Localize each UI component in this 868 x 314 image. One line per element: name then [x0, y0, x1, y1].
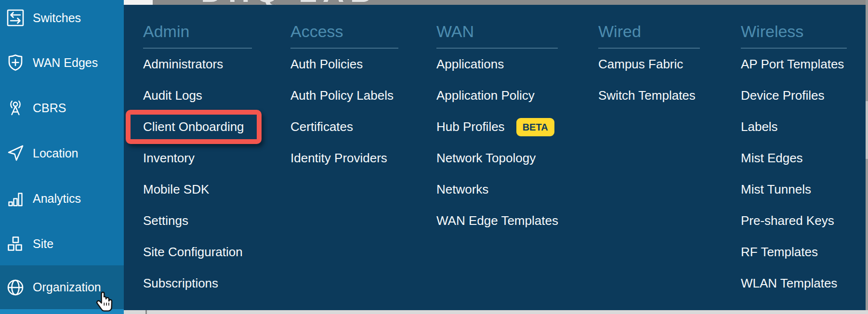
menu-item-campus-fabric[interactable]: Campus Fabric [598, 49, 700, 80]
column-header-wireless: Wireless [741, 21, 847, 49]
menu-item-wlan-templates[interactable]: WLAN Templates [741, 268, 847, 299]
sidebar-item-label: Analytics [33, 192, 81, 206]
column-header-admin: Admin [143, 21, 252, 49]
menu-item-mist-edges[interactable]: Mist Edges [741, 143, 847, 174]
menu-item-application-policy[interactable]: Application Policy [436, 80, 558, 111]
menu-item-client-onboarding[interactable]: Client Onboarding [143, 111, 252, 143]
menu-item-administrators[interactable]: Administrators [143, 49, 252, 80]
menu-column-wired: Wired Campus Fabric Switch Templates [598, 21, 700, 111]
menu-item-auth-policies[interactable]: Auth Policies [290, 49, 398, 80]
column-header-wan: WAN [436, 21, 558, 49]
sidebar-item-site[interactable]: Site [0, 221, 124, 266]
sidebar-item-organization[interactable]: Organization [0, 265, 124, 309]
dimmed-page-right-edge [866, 0, 868, 314]
sidebar-item-analytics[interactable]: Analytics [0, 176, 124, 221]
screen: DHQ LAB Admin Administrators Audit Logs … [0, 0, 868, 314]
menu-item-certificates[interactable]: Certificates [290, 111, 398, 143]
menu-item-rf-templates[interactable]: RF Templates [741, 236, 847, 268]
menu-column-wan: WAN Applications Application Policy Hub … [436, 21, 558, 236]
dimmed-page-element [124, 0, 153, 5]
column-header-wired: Wired [598, 21, 700, 49]
page-title-clip: DHQ LAB [201, 0, 490, 5]
cbrs-icon [6, 99, 25, 117]
wan-edges-icon [6, 53, 25, 72]
sidebar-item-label: Switches [33, 11, 81, 25]
sidebar-item-location[interactable]: Location [0, 131, 124, 176]
menu-item-networks[interactable]: Networks [436, 174, 558, 205]
menu-item-switch-templates[interactable]: Switch Templates [598, 80, 700, 111]
sidebar-item-label: Organization [33, 280, 101, 294]
menu-item-mobile-sdk[interactable]: Mobile SDK [143, 174, 252, 205]
menu-item-auth-policy-labels[interactable]: Auth Policy Labels [290, 80, 398, 111]
menu-item-identity-providers[interactable]: Identity Providers [290, 143, 398, 174]
beta-badge: BETA [516, 118, 554, 136]
menu-column-access: Access Auth Policies Auth Policy Labels … [290, 21, 398, 174]
sidebar-item-label: WAN Edges [33, 56, 98, 70]
switches-icon [6, 9, 25, 27]
menu-item-hub-profiles[interactable]: Hub Profiles BETA [436, 111, 558, 143]
organization-mega-menu: Admin Administrators Audit Logs Client O… [124, 5, 866, 310]
menu-item-mist-tunnels[interactable]: Mist Tunnels [741, 174, 847, 205]
sidebar-item-wan-edges[interactable]: WAN Edges [0, 40, 124, 85]
background-page-title: DHQ LAB [201, 0, 377, 5]
sidebar-item-cbrs[interactable]: CBRS [0, 85, 124, 131]
menu-item-label: Client Onboarding [143, 119, 244, 134]
sidebar-item-label: Site [33, 237, 53, 251]
menu-item-labels[interactable]: Labels [741, 111, 847, 143]
site-icon [6, 235, 25, 253]
analytics-icon [6, 189, 25, 208]
menu-item-applications[interactable]: Applications [436, 49, 558, 80]
menu-item-wan-edge-templates[interactable]: WAN Edge Templates [436, 205, 558, 236]
dimmed-page-top-edge: DHQ LAB [124, 0, 868, 5]
menu-column-wireless: Wireless AP Port Templates Device Profil… [741, 21, 847, 299]
menu-item-label: Hub Profiles [436, 119, 505, 134]
sidebar-item-label: Location [33, 146, 79, 160]
sidebar-item-switches[interactable]: Switches [0, 0, 124, 40]
menu-item-device-profiles[interactable]: Device Profiles [741, 80, 847, 111]
menu-column-admin: Admin Administrators Audit Logs Client O… [143, 21, 252, 299]
menu-item-inventory[interactable]: Inventory [143, 143, 252, 174]
menu-item-network-topology[interactable]: Network Topology [436, 143, 558, 174]
menu-item-settings[interactable]: Settings [143, 205, 252, 236]
column-header-access: Access [290, 21, 398, 49]
organization-icon [6, 278, 25, 297]
menu-item-subscriptions[interactable]: Subscriptions [143, 268, 252, 299]
dimmed-page-bottom-edge [124, 310, 868, 314]
location-icon [6, 144, 25, 162]
menu-item-site-configuration[interactable]: Site Configuration [143, 236, 252, 268]
sidebar: Switches WAN Edges CBRS Location [0, 0, 124, 314]
sidebar-item-label: CBRS [33, 101, 66, 115]
menu-item-audit-logs[interactable]: Audit Logs [143, 80, 252, 111]
sidebar-bottom-strip [0, 309, 124, 314]
menu-item-ap-port-templates[interactable]: AP Port Templates [741, 49, 847, 80]
menu-item-pre-shared-keys[interactable]: Pre-shared Keys [741, 205, 847, 236]
